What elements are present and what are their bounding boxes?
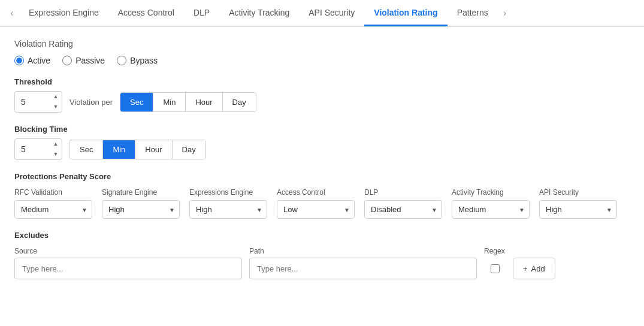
threshold-decrement[interactable]: ▼ [50, 102, 61, 112]
radio-active-label: Active [28, 56, 50, 65]
excludes-regex-checkbox-wrap [484, 258, 506, 279]
penalty-score-label: Protections Penalty Score [14, 172, 630, 181]
penalty-access-select[interactable]: Disabled Low Medium High [277, 200, 355, 219]
radio-passive-label: Passive [75, 56, 105, 65]
tab-bar: ‹ Expression Engine Access Control DLP A… [0, 0, 644, 27]
blocking-time-toggle: Sec Min Hour Day [69, 140, 206, 159]
radio-passive[interactable]: Passive [62, 56, 105, 65]
main-content: Violation Rating Active Passive Bypass T… [0, 27, 644, 291]
penalty-dlp-select[interactable]: Disabled Low Medium High [364, 200, 442, 219]
excludes-source-label: Source [14, 247, 242, 255]
threshold-label: Threshold [14, 77, 630, 86]
tab-access-control[interactable]: Access Control [108, 1, 184, 26]
blocking-sec-btn[interactable]: Sec [70, 140, 103, 159]
threshold-time-toggle: Sec Min Hour Day [120, 92, 256, 112]
blocking-day-btn[interactable]: Day [173, 140, 205, 159]
penalty-dlp: DLP Disabled Low Medium High ▼ [364, 188, 442, 219]
penalty-activity-select[interactable]: Disabled Low Medium High [452, 200, 530, 219]
violation-per-label: Violation per [69, 98, 113, 107]
excludes-source-col: Source [14, 247, 242, 279]
penalty-rfc-validation: RFC Validation Disabled Low Medium High … [14, 188, 92, 219]
penalty-access-select-wrap: Disabled Low Medium High ▼ [277, 200, 355, 219]
radio-bypass[interactable]: Bypass [117, 56, 158, 65]
blocking-time-spin: ▲ ▼ [50, 139, 61, 159]
excludes-label: Excludes [14, 231, 630, 240]
excludes-source-input[interactable] [14, 258, 242, 279]
radio-bypass-input[interactable] [117, 56, 126, 65]
blocking-time-increment[interactable]: ▲ [50, 139, 61, 149]
blocking-time-decrement[interactable]: ▼ [50, 149, 61, 159]
excludes-path-label: Path [249, 247, 477, 255]
penalty-signature-select[interactable]: Disabled Low Medium High [102, 200, 180, 219]
threshold-hour-btn[interactable]: Hour [186, 93, 222, 111]
penalty-api-select[interactable]: Disabled Low Medium High [539, 200, 617, 219]
penalty-access-control: Access Control Disabled Low Medium High … [277, 188, 355, 219]
tab-violation-rating[interactable]: Violation Rating [364, 1, 447, 26]
blocking-time-row: ▲ ▼ Sec Min Hour Day [14, 138, 630, 160]
excludes-path-col: Path [249, 247, 477, 279]
tab-expression-engine[interactable]: Expression Engine [19, 1, 108, 26]
excludes-regex-col: Regex [484, 247, 506, 279]
tab-scroll-left[interactable]: ‹ [5, 0, 19, 26]
penalty-rfc-label: RFC Validation [14, 188, 92, 197]
penalty-api-label: API Security [539, 188, 617, 197]
penalty-rfc-select-wrap: Disabled Low Medium High ▼ [14, 200, 92, 219]
radio-active-input[interactable] [14, 56, 24, 65]
threshold-spin: ▲ ▼ [50, 92, 61, 112]
penalty-expressions-engine: Expressions Engine Disabled Low Medium H… [189, 188, 267, 219]
add-icon: + [523, 264, 528, 273]
radio-passive-input[interactable] [62, 56, 72, 65]
penalty-signature-label: Signature Engine [102, 188, 180, 197]
penalty-expressions-select-wrap: Disabled Low Medium High ▼ [189, 200, 267, 219]
tab-patterns[interactable]: Patterns [448, 1, 498, 26]
mode-radio-group: Active Passive Bypass [14, 56, 630, 65]
tab-dlp[interactable]: DLP [184, 1, 219, 26]
excludes-section: Excludes Source Path Regex + Add [14, 231, 630, 279]
threshold-day-btn[interactable]: Day [223, 93, 256, 111]
threshold-min-btn[interactable]: Min [153, 93, 186, 111]
blocking-time-input-wrap: ▲ ▼ [14, 138, 62, 160]
radio-active[interactable]: Active [14, 56, 50, 65]
excludes-path-input[interactable] [249, 258, 477, 279]
tab-api-security[interactable]: API Security [299, 1, 364, 26]
blocking-min-btn[interactable]: Min [103, 140, 135, 159]
threshold-row: ▲ ▼ Violation per Sec Min Hour Day [14, 91, 630, 113]
penalty-api-security: API Security Disabled Low Medium High ▼ [539, 188, 617, 219]
excludes-add-button[interactable]: + Add [513, 258, 555, 279]
penalty-activity-label: Activity Tracking [452, 188, 530, 197]
penalty-signature-select-wrap: Disabled Low Medium High ▼ [102, 200, 180, 219]
penalty-expressions-select[interactable]: Disabled Low Medium High [189, 200, 267, 219]
excludes-row: Source Path Regex + Add [14, 247, 630, 279]
penalty-expressions-label: Expressions Engine [189, 188, 267, 197]
penalty-dlp-select-wrap: Disabled Low Medium High ▼ [364, 200, 442, 219]
radio-bypass-label: Bypass [130, 56, 158, 65]
penalty-section: Protections Penalty Score RFC Validation… [14, 172, 630, 219]
penalty-dlp-label: DLP [364, 188, 442, 197]
tab-activity-tracking[interactable]: Activity Tracking [219, 1, 299, 26]
penalty-rfc-select[interactable]: Disabled Low Medium High [14, 200, 92, 219]
penalty-activity-select-wrap: Disabled Low Medium High ▼ [452, 200, 530, 219]
penalty-api-select-wrap: Disabled Low Medium High ▼ [539, 200, 617, 219]
tab-scroll-right[interactable]: › [498, 0, 512, 26]
penalty-activity-tracking: Activity Tracking Disabled Low Medium Hi… [452, 188, 530, 219]
penalty-signature-engine: Signature Engine Disabled Low Medium Hig… [102, 188, 180, 219]
blocking-hour-btn[interactable]: Hour [135, 140, 172, 159]
threshold-increment[interactable]: ▲ [50, 92, 61, 102]
threshold-sec-btn[interactable]: Sec [120, 93, 153, 111]
threshold-input-wrap: ▲ ▼ [14, 91, 62, 113]
excludes-regex-label: Regex [484, 247, 506, 255]
excludes-regex-checkbox[interactable] [491, 264, 500, 273]
blocking-time-label: Blocking Time [14, 125, 630, 134]
penalty-access-label: Access Control [277, 188, 355, 197]
violation-rating-title: Violation Rating [14, 39, 630, 49]
penalty-grid: RFC Validation Disabled Low Medium High … [14, 188, 630, 219]
add-btn-label: Add [531, 264, 545, 273]
